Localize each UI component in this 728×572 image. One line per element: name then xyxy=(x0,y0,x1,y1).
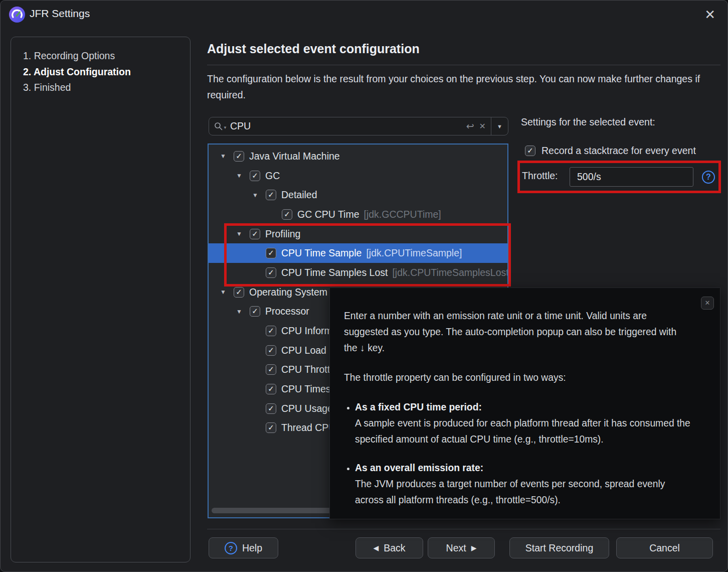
tooltip-paragraph: Enter a number with an emission rate uni… xyxy=(344,308,691,356)
cancel-button[interactable]: Cancel xyxy=(616,537,713,558)
footer-divider xyxy=(207,529,720,529)
tree-row-label: CPU Load xyxy=(281,345,326,356)
tooltip-paragraph: The throttle property can be configured … xyxy=(344,370,691,386)
page-title: Adjust selected event configuration xyxy=(207,42,420,56)
next-arrow-icon: ▶ xyxy=(471,544,477,552)
header-divider xyxy=(207,65,720,65)
search-icon xyxy=(214,122,223,130)
checkbox[interactable]: ✓ xyxy=(250,171,260,181)
checkbox[interactable]: ✓ xyxy=(234,151,244,162)
step-finished[interactable]: 3. Finished xyxy=(23,80,178,96)
checkbox[interactable]: ✓ xyxy=(266,422,276,433)
tree-row-label: Operating System xyxy=(249,287,327,298)
throttle-help-icon[interactable]: ? xyxy=(702,171,715,184)
checkbox[interactable]: ✓ xyxy=(266,267,276,278)
bullet-body: The JVM produces a target number of even… xyxy=(355,476,691,508)
tree-row-gc-cpu-time[interactable]: ✓ GC CPU Time [jdk.GCCPUTime] xyxy=(209,205,507,224)
title-bar: JFR Settings ✕ xyxy=(1,1,727,29)
bullet-title: As a fixed CPU time period: xyxy=(355,402,482,412)
tree-row-label: CPU Usage xyxy=(281,403,333,414)
tooltip-bullet-list: As a fixed CPU time period: A sample eve… xyxy=(344,399,691,508)
wizard-steps-panel: 1. Recording Options 2. Adjust Configura… xyxy=(11,37,191,562)
tree-row-label: Java Virtual Machine xyxy=(249,151,340,162)
help-button[interactable]: ? Help xyxy=(209,537,278,558)
tree-row-label: GC CPU Time xyxy=(297,209,359,220)
window-title: JFR Settings xyxy=(30,8,90,20)
tree-row-label: Profiling xyxy=(265,228,300,240)
help-icon: ? xyxy=(225,542,237,554)
settings-heading: Settings for the selected event: xyxy=(521,116,655,128)
search-input[interactable] xyxy=(230,120,466,132)
tooltip-bullet: As a fixed CPU time period: A sample eve… xyxy=(355,399,691,448)
search-options-caret-icon[interactable]: ▼ xyxy=(223,125,227,130)
tree-row-label: CPU Time Sample xyxy=(281,247,361,259)
tree-row-profiling[interactable]: ▼ ✓ Profiling xyxy=(209,224,507,244)
tree-row-label: CPU Time Samples Lost xyxy=(281,267,388,278)
checkbox[interactable]: ✓ xyxy=(250,229,260,239)
checkbox[interactable]: ✓ xyxy=(282,209,292,220)
throttle-label: Throttle: xyxy=(522,170,558,182)
cancel-button-label: Cancel xyxy=(649,542,680,554)
tooltip-close-icon[interactable]: ✕ xyxy=(701,297,714,310)
throttle-help-tooltip: ✕ Enter a number with an emission rate u… xyxy=(329,288,720,519)
chevron-down-icon[interactable]: ▼ xyxy=(236,230,243,237)
chevron-down-icon[interactable]: ▼ xyxy=(252,192,259,199)
tree-row-label: GC xyxy=(265,170,280,182)
chevron-down-icon[interactable]: ▼ xyxy=(236,308,243,315)
chevron-down-icon[interactable]: ▼ xyxy=(236,172,243,179)
back-button-label: Back xyxy=(384,542,405,554)
chevron-down-icon[interactable]: ▼ xyxy=(220,153,227,160)
stacktrace-label: Record a stacktrace for every event xyxy=(541,145,696,157)
tree-row-label: Processor xyxy=(265,306,309,317)
throttle-input[interactable] xyxy=(570,167,693,187)
tree-row-gc[interactable]: ▼ ✓ GC xyxy=(209,166,507,186)
step-adjust-configuration[interactable]: 2. Adjust Configuration xyxy=(23,64,178,80)
step-recording-options[interactable]: 1. Recording Options xyxy=(23,48,178,64)
jfr-settings-dialog: JFR Settings ✕ 1. Recording Options 2. A… xyxy=(0,0,728,572)
checkbox[interactable]: ✓ xyxy=(266,248,276,258)
tree-row-detailed[interactable]: ▼ ✓ Detailed xyxy=(209,185,507,205)
start-recording-label: Start Recording xyxy=(525,542,593,554)
close-icon[interactable]: ✕ xyxy=(704,6,715,24)
search-history-dropdown-icon[interactable]: ▼ xyxy=(491,123,508,129)
next-button-label: Next xyxy=(446,542,466,554)
checkbox[interactable]: ✓ xyxy=(266,190,276,200)
bullet-title: As an overall emission rate: xyxy=(355,463,483,473)
help-button-label: Help xyxy=(242,542,262,554)
back-button[interactable]: ◀ Back xyxy=(355,537,423,558)
tree-row-label: Detailed xyxy=(281,189,317,201)
event-search-field: ▼ ↩ ✕ ▼ xyxy=(209,117,508,135)
checkbox[interactable]: ✓ xyxy=(250,306,260,317)
checkbox[interactable]: ✓ xyxy=(266,345,276,356)
checkbox[interactable]: ✓ xyxy=(266,403,276,414)
tree-row-java-virtual-machine[interactable]: ▼ ✓ Java Virtual Machine xyxy=(209,147,507,166)
tree-row-event-id: [jdk.CPUTimeSample] xyxy=(366,247,462,259)
checkbox[interactable]: ✓ xyxy=(266,384,276,394)
stacktrace-option[interactable]: ✓ Record a stacktrace for every event xyxy=(525,145,696,157)
checkbox[interactable]: ✓ xyxy=(234,287,244,298)
tree-row-event-id: [jdk.CPUTimeSamplesLost] xyxy=(392,267,508,278)
undo-icon[interactable]: ↩ xyxy=(466,120,474,132)
bullet-body: A sample event is produced for each plat… xyxy=(355,415,691,448)
page-description: The configuration below is the result fr… xyxy=(207,71,716,103)
tree-row-cpu-time-sample-selected[interactable]: ✓ CPU Time Sample [jdk.CPUTimeSample] xyxy=(209,243,507,263)
tooltip-bullet: As an overall emission rate: The JVM pro… xyxy=(355,460,691,508)
next-button[interactable]: Next ▶ xyxy=(428,537,495,558)
checkbox[interactable]: ✓ xyxy=(266,364,276,375)
clear-search-icon[interactable]: ✕ xyxy=(479,121,486,131)
chevron-down-icon[interactable]: ▼ xyxy=(220,289,227,296)
tree-row-event-id: [jdk.GCCPUTime] xyxy=(364,209,441,220)
jfr-app-icon xyxy=(9,6,26,23)
checkbox[interactable]: ✓ xyxy=(266,326,276,336)
back-arrow-icon: ◀ xyxy=(373,544,379,552)
start-recording-button[interactable]: Start Recording xyxy=(509,537,609,558)
checkbox[interactable]: ✓ xyxy=(525,146,535,156)
tree-row-cpu-time-samples-lost[interactable]: ✓ CPU Time Samples Lost [jdk.CPUTimeSamp… xyxy=(209,263,507,282)
